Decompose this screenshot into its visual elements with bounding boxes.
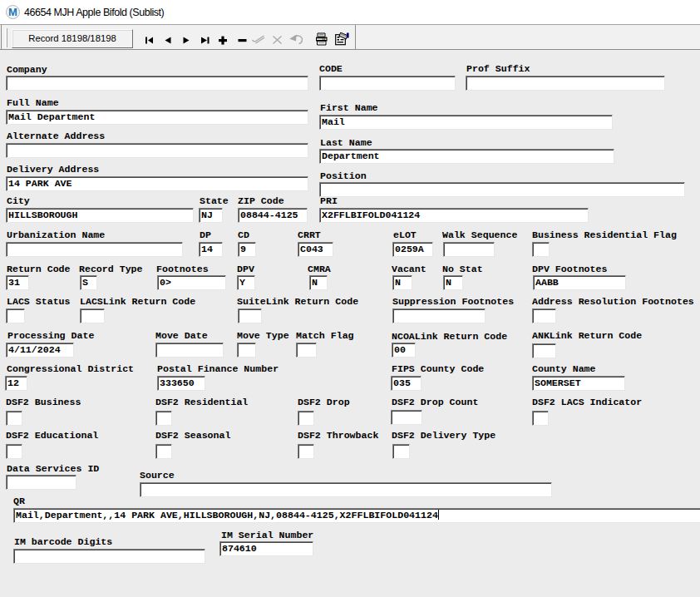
svg-text:M: M: [8, 6, 17, 18]
